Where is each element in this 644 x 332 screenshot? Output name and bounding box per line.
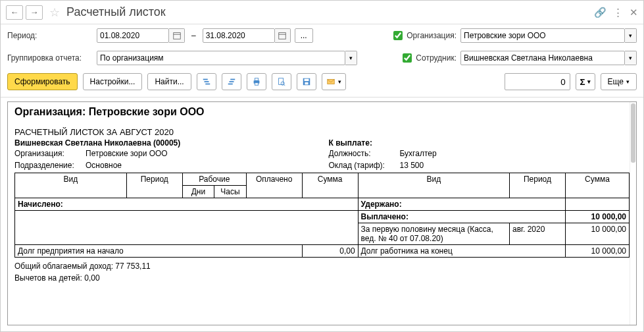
- paid-label: Выплачено:: [358, 211, 565, 223]
- period-select-button[interactable]: ...: [295, 28, 313, 43]
- employee-dropdown-button[interactable]: ▾: [625, 51, 637, 65]
- org-heading: Организация: Петровские зори ООО: [14, 106, 630, 118]
- th-period: Период: [126, 173, 182, 198]
- org-select[interactable]: Петровские зори ООО: [460, 28, 625, 43]
- th-sum2: Сумма: [565, 173, 629, 198]
- print-button[interactable]: [247, 73, 266, 90]
- svg-rect-0: [173, 33, 180, 40]
- generate-button[interactable]: Сформировать: [7, 73, 78, 90]
- position-label: Должность:: [329, 148, 395, 159]
- debt-start-label: Долг предприятия на начало: [15, 245, 303, 258]
- sum-field[interactable]: [505, 73, 570, 90]
- th-type2: Вид: [358, 173, 509, 198]
- svg-rect-11: [255, 78, 258, 81]
- withheld-label: Удержано:: [358, 198, 565, 211]
- doc-title: РАСЧЕТНЫЙ ЛИСТОК ЗА АВГУСТ 2020: [14, 127, 630, 137]
- svg-rect-18: [305, 82, 308, 85]
- debt-start-value: 0,00: [302, 245, 358, 258]
- employee-checkbox[interactable]: [403, 53, 412, 63]
- date-to-input[interactable]: 31.08.2020: [203, 28, 275, 43]
- collapse-button[interactable]: [222, 73, 241, 90]
- footer-deductions: Вычетов на детей: 0,00: [14, 272, 630, 284]
- info-dept-label: Подразделение:: [14, 159, 80, 171]
- email-button[interactable]: ▾: [322, 73, 346, 90]
- th-paid: Оплачено: [246, 173, 302, 198]
- th-type: Вид: [15, 173, 127, 198]
- org-label: Организация:: [407, 31, 457, 40]
- org-dropdown-button[interactable]: ▾: [625, 28, 637, 43]
- svg-rect-17: [304, 79, 309, 82]
- page-title: Расчетный листок: [66, 5, 591, 19]
- forward-button[interactable]: →: [26, 5, 43, 20]
- footer-income: Общий облагаемый доход: 77 753,11: [14, 260, 630, 272]
- org-checkbox[interactable]: [393, 31, 403, 40]
- group-select[interactable]: По организациям: [97, 51, 345, 65]
- report-area: Организация: Петровские зори ООО РАСЧЕТН…: [7, 101, 637, 325]
- sigma-button[interactable]: Σ ▾: [576, 73, 595, 90]
- settings-button[interactable]: Настройки...: [83, 73, 143, 90]
- close-icon[interactable]: ✕: [630, 7, 638, 18]
- payout-amount: 10 000,00: [565, 223, 629, 245]
- paid-amount: 10 000,00: [565, 211, 629, 223]
- payroll-table: Вид Период Рабочие Оплачено Сумма Вид Пе…: [14, 173, 630, 258]
- th-sum: Сумма: [302, 173, 358, 198]
- debt-end-value: 10 000,00: [565, 245, 629, 258]
- favorite-star-icon[interactable]: ☆: [49, 5, 60, 20]
- scrollbar[interactable]: [630, 102, 636, 325]
- date-to-calendar-button[interactable]: [275, 28, 291, 43]
- payout-desc: За первую половину месяца (Касса, вед. №…: [358, 223, 509, 245]
- info-org-value: Петровские зори ООО: [86, 148, 168, 159]
- info-dept-value: Основное: [86, 159, 122, 171]
- salary-value: 13 500: [400, 159, 424, 171]
- payout-period: авг. 2020: [510, 223, 566, 245]
- th-days: Дни: [182, 186, 214, 198]
- svg-line-15: [284, 84, 285, 86]
- employee-select[interactable]: Вишневская Светлана Николаевна: [460, 51, 625, 65]
- kebab-menu-icon[interactable]: ⋮: [613, 7, 623, 18]
- back-button[interactable]: ←: [6, 5, 23, 20]
- svg-rect-9: [228, 84, 232, 85]
- more-button[interactable]: Еще ▾: [601, 73, 637, 90]
- find-button[interactable]: Найти...: [147, 73, 191, 90]
- svg-rect-2: [279, 33, 286, 40]
- svg-rect-6: [205, 84, 210, 85]
- svg-rect-5: [204, 81, 209, 82]
- employee-label: Сотрудник:: [416, 53, 457, 63]
- svg-rect-7: [230, 79, 235, 80]
- expand-button[interactable]: [197, 73, 216, 90]
- th-hours: Часы: [214, 186, 247, 198]
- svg-rect-12: [255, 83, 258, 86]
- date-from-input[interactable]: 01.08.2020: [97, 28, 169, 43]
- position-value: Бухгалтер: [400, 148, 437, 159]
- date-from-calendar-button[interactable]: [169, 28, 185, 43]
- svg-rect-4: [203, 79, 207, 80]
- accrued-label: Начислено:: [15, 198, 359, 211]
- group-dropdown-button[interactable]: ▾: [345, 51, 357, 65]
- th-work: Рабочие: [182, 173, 246, 186]
- th-period2: Период: [510, 173, 566, 198]
- link-icon[interactable]: 🔗: [594, 7, 607, 18]
- period-label: Период:: [7, 31, 93, 40]
- info-org-label: Организация:: [14, 148, 80, 159]
- svg-rect-8: [229, 81, 234, 82]
- to-pay-label: К выплате:: [329, 138, 630, 148]
- employee-name: Вишневская Светлана Николаевна (00005): [14, 138, 316, 148]
- preview-button[interactable]: [272, 73, 291, 90]
- save-button[interactable]: [297, 73, 316, 90]
- date-dash: –: [189, 31, 199, 40]
- group-label: Группировка отчета:: [7, 53, 93, 63]
- salary-label: Оклад (тариф):: [329, 159, 395, 171]
- debt-end-label: Долг работника на конец: [358, 245, 565, 258]
